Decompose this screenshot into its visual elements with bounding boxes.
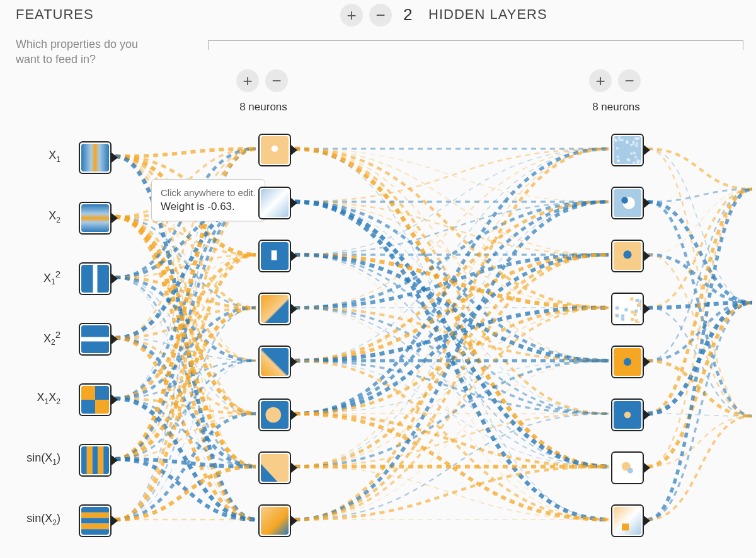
layer2-neuron-1[interactable]	[611, 187, 644, 219]
connection[interactable]	[295, 149, 609, 308]
connection[interactable]	[648, 416, 752, 520]
feature-node-sinx1[interactable]	[79, 444, 112, 477]
layer2-neuron-0[interactable]	[611, 134, 644, 166]
feature-node-sinx2[interactable]	[79, 504, 112, 537]
layer2-neuron-4[interactable]	[611, 346, 644, 378]
feature-node-x1x2[interactable]	[79, 383, 112, 416]
feature-node-x1sq[interactable]	[79, 262, 112, 295]
layer1-neuron-0[interactable]	[258, 134, 291, 166]
layer2-neuron-6[interactable]	[611, 451, 644, 484]
feature-label-x2: X2	[25, 209, 60, 224]
layer1-neuron-3[interactable]	[258, 293, 291, 325]
layer2-neuron-5[interactable]	[611, 398, 644, 431]
connection[interactable]	[115, 202, 256, 520]
tooltip-weight-text: Weight is -0.63.	[161, 199, 256, 214]
layer1-neuron-1[interactable]	[258, 187, 291, 219]
connection[interactable]	[648, 189, 752, 467]
layer1-neuron-6[interactable]	[258, 451, 291, 484]
layer2-neuron-7[interactable]	[611, 504, 644, 537]
feature-label-x1sq: X12	[25, 269, 60, 287]
connection[interactable]	[648, 416, 752, 467]
connection[interactable]	[648, 189, 752, 308]
feature-node-x2[interactable]	[79, 202, 112, 235]
layer1-neuron-2[interactable]	[258, 240, 291, 272]
layer2-neuron-3[interactable]	[611, 293, 644, 325]
feature-label-x2sq: X22	[25, 329, 60, 347]
network-diagram: FEATURES Which properties do you want to…	[0, 0, 756, 558]
connection[interactable]	[648, 303, 752, 520]
feature-node-x2sq[interactable]	[79, 323, 112, 356]
feature-label-x1: X1	[25, 149, 60, 164]
connection[interactable]	[648, 189, 752, 361]
layer2-neuron-2[interactable]	[611, 240, 644, 272]
feature-label-sinx2: sin(X2)	[25, 512, 60, 527]
feature-label-sinx1: sin(X1)	[25, 451, 60, 467]
connection[interactable]	[648, 202, 752, 303]
layer1-neuron-5[interactable]	[258, 398, 291, 431]
layer1-neuron-4[interactable]	[258, 346, 291, 378]
connection[interactable]	[648, 202, 752, 416]
layer1-neuron-7[interactable]	[258, 504, 291, 537]
connection[interactable]	[648, 149, 752, 189]
weight-tooltip[interactable]: Click anywhere to edit. Weight is -0.63.	[151, 179, 265, 221]
connection[interactable]	[295, 149, 609, 520]
tooltip-hint: Click anywhere to edit.	[161, 186, 256, 199]
feature-label-x1x2: X1X2	[25, 391, 60, 406]
connection[interactable]	[115, 149, 256, 156]
feature-node-x1[interactable]	[79, 141, 112, 174]
